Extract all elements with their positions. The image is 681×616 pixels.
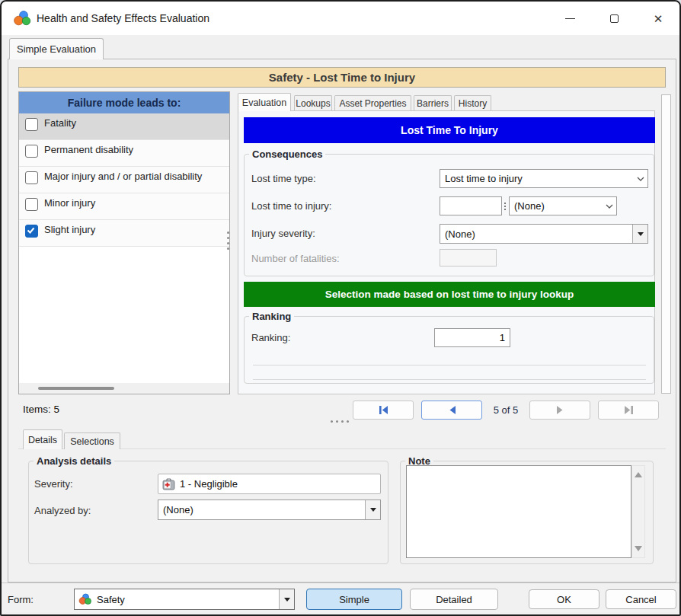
number-of-fatalities-label: Number of fatalities: [251,253,340,264]
simple-button-label: Simple [339,594,369,605]
form-safety-icon [78,592,92,606]
maximize-icon [610,14,619,23]
list-item-minor-injury[interactable]: Minor injury [19,193,229,220]
scroll-up-icon[interactable] [635,472,642,477]
window-title: Health and Safety Effects Evaluation [37,12,209,24]
tab-evaluation[interactable]: Evaluation [238,93,291,111]
list-item-permanent-disability[interactable]: Permanent disability [19,140,229,167]
list-item-label: Fatality [44,113,76,139]
checkbox-major-injury[interactable] [25,171,38,184]
list-item-label: Minor injury [44,193,95,219]
tab-barriers-label: Barriers [417,98,449,109]
collapsed-side-strip[interactable] [661,94,671,394]
note-vertical-scrollbar[interactable] [631,465,645,558]
form-combo[interactable]: Safety [74,589,295,610]
analyzed-by-combo[interactable]: (None) [158,500,381,520]
record-position: 5 of 5 [485,401,526,420]
tab-lookups-label: Lookups [296,98,330,109]
form-header-title: Safety - Lost Time to Injury [269,71,415,84]
divider [253,365,646,365]
chevron-down-icon [634,177,647,181]
title-bar: Health and Safety Effects Evaluation ✕ [2,2,679,35]
tab-asset-properties[interactable]: Asset Properties [334,95,411,111]
selection-banner: Selection made based on lost time to inj… [244,282,655,307]
checkbox-permanent-disability[interactable] [25,145,38,158]
checkbox-minor-injury[interactable] [25,198,38,211]
lost-time-type-combo[interactable]: Lost time to injury [440,169,648,188]
injury-severity-label: Injury severity: [251,228,315,239]
dropdown-arrow-icon[interactable] [632,225,647,243]
tab-lookups[interactable]: Lookups [294,95,332,111]
detailed-button[interactable]: Detailed [410,589,498,610]
tab-details-label: Details [28,435,57,445]
chevron-down-icon [603,204,616,209]
lost-time-to-injury-input[interactable] [440,196,502,215]
dropdown-arrow-icon[interactable] [279,589,294,609]
nav-next-button[interactable] [529,401,590,420]
lost-time-unit-value: (None) [510,200,603,212]
list-item-slight-injury[interactable]: Slight injury [19,220,229,247]
ranking-group: Ranking [244,311,654,384]
tab-selections-label: Selections [70,436,114,447]
nav-previous-button[interactable] [421,401,482,420]
tab-barriers[interactable]: Barriers [414,95,452,111]
maximize-button[interactable] [596,8,631,29]
number-of-fatalities-input[interactable] [440,249,497,267]
injury-severity-combo[interactable]: (None) [440,224,648,244]
tab-simple-evaluation[interactable]: Simple Evaluation [9,38,104,59]
last-record-icon [623,405,635,415]
severity-value: 1 - Negligible [180,478,238,490]
severity-field[interactable]: 1 - Negligible [158,474,381,494]
checkbox-slight-injury[interactable] [25,225,38,238]
form-combo-value: Safety [92,594,279,605]
injury-severity-value: (None) [440,228,632,240]
detailed-button-label: Detailed [436,594,472,605]
ranking-legend: Ranking [249,311,294,322]
simple-button[interactable]: Simple [306,589,402,610]
list-item-major-injury[interactable]: Major injury and / or partial disability [19,167,229,193]
horizontal-scrollbar[interactable] [19,383,229,394]
splitter-grip-horizontal[interactable] [331,420,349,425]
severity-label: Severity: [34,478,73,490]
field-grip-icon[interactable] [504,198,507,214]
analysis-details-legend: Analysis details [34,455,114,467]
checkbox-fatality[interactable] [25,118,38,131]
previous-record-icon [447,405,457,415]
analyzed-by-value: (None) [158,504,365,515]
analyzed-by-label: Analyzed by: [34,505,91,516]
note-textarea[interactable] [406,465,631,558]
splitter-grip-vertical[interactable] [225,231,230,254]
failure-mode-panel: Failure mode leads to: Fatality Permanen… [18,91,230,394]
tab-history[interactable]: History [454,95,491,111]
tab-asset-properties-label: Asset Properties [339,98,406,109]
selection-banner-label: Selection made based on lost time to inj… [325,289,574,300]
nav-last-button[interactable] [598,401,659,420]
lost-time-unit-combo[interactable]: (None) [509,196,617,215]
list-item-label: Major injury and / or partial disability [44,167,202,193]
form-header-banner: Safety - Lost Time to Injury [18,67,666,88]
nav-first-button[interactable] [353,401,414,420]
list-item-fatality[interactable]: Fatality [19,113,229,140]
ok-button[interactable]: OK [529,589,599,609]
list-item-label: Permanent disability [44,140,133,166]
minimize-button[interactable] [552,8,587,29]
dropdown-arrow-icon[interactable] [365,500,380,519]
failure-mode-header: Failure mode leads to: [19,92,229,113]
app-icon [14,10,32,27]
dialog-window: Health and Safety Effects Evaluation ✕ S… [0,0,681,616]
divider [253,379,646,380]
minimize-icon [565,18,575,19]
lost-time-to-injury-label: Lost time to injury: [251,200,332,212]
scroll-down-icon[interactable] [635,546,642,551]
close-button[interactable]: ✕ [641,8,676,29]
form-label: Form: [8,594,34,605]
failure-mode-header-label: Failure mode leads to: [68,97,181,109]
lost-time-type-label: Lost time type: [251,173,316,184]
tab-selections[interactable]: Selections [64,432,120,449]
tab-details[interactable]: Details [23,429,62,449]
tab-evaluation-label: Evaluation [242,97,286,108]
ranking-input[interactable] [434,328,510,347]
scrollbar-thumb[interactable] [38,387,114,390]
cancel-button[interactable]: Cancel [606,589,676,609]
next-record-icon [555,405,565,415]
